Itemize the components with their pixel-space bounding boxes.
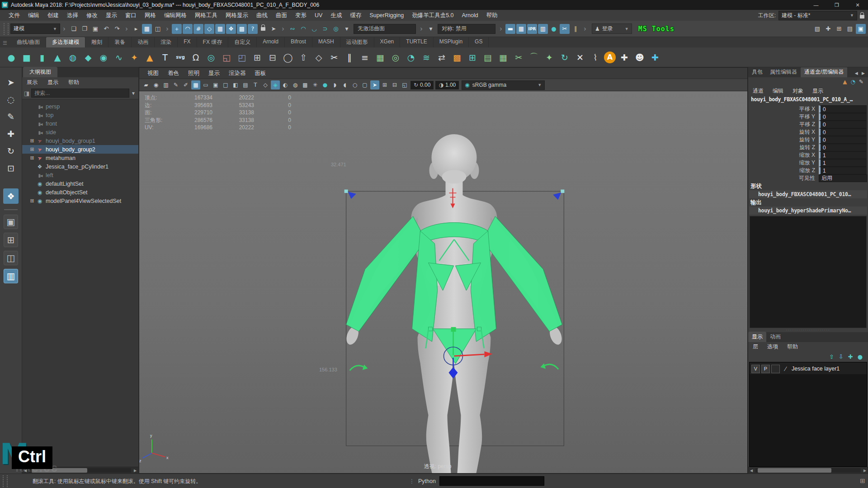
outliner-item[interactable]: persp xyxy=(22,102,138,111)
viewport-toolbar-icon[interactable]: ✳ xyxy=(311,80,320,89)
menu-item[interactable]: 编辑网格 xyxy=(160,12,191,19)
layer-playback-toggle[interactable]: P xyxy=(761,365,770,373)
menu-item[interactable]: 文件 xyxy=(5,12,24,19)
login-dropdown[interactable]: ♟ 登录 ▼ xyxy=(592,23,632,34)
channel-value-field[interactable]: 1 xyxy=(819,167,867,174)
viewport-toolbar-icon[interactable]: ⊞ xyxy=(380,80,389,89)
channel-label[interactable]: 平移 Z xyxy=(748,121,819,128)
viewport-menu-item[interactable]: 显示 xyxy=(204,70,224,77)
layer-row[interactable]: V P ∕ Jessica face layer1 xyxy=(750,362,867,374)
layer-type-icon[interactable]: ∕ xyxy=(781,365,790,372)
grip-handle[interactable] xyxy=(4,23,9,35)
shelf-tab[interactable]: 雕刻 xyxy=(85,37,108,47)
channel-label[interactable]: 旋转 X xyxy=(748,128,819,136)
file-op-icon[interactable]: ❐ xyxy=(80,24,90,34)
shelf-tool-icon[interactable]: ▤ xyxy=(481,51,495,64)
channel-label[interactable]: 平移 X xyxy=(748,105,819,113)
viewport-toolbar-icon[interactable]: ▤ xyxy=(241,80,250,89)
outliner-tab[interactable]: 大纲视图 xyxy=(23,67,57,77)
panel-toggle-icon[interactable]: ✚ xyxy=(823,24,833,34)
outliner-item[interactable]: top xyxy=(22,111,138,119)
snap-icon[interactable]: ▩ xyxy=(237,24,247,34)
filter-icon[interactable]: ◨ xyxy=(24,90,29,97)
channel-value-field[interactable]: 0 xyxy=(819,144,867,151)
shelf-tool-icon[interactable]: ◉ xyxy=(97,51,110,64)
menu-item[interactable]: 修改 xyxy=(82,12,102,19)
colorspace-selector[interactable]: ◉ sRGB gamma ▼ xyxy=(462,80,545,90)
divider[interactable]: › xyxy=(166,25,169,33)
viewport-menu-item[interactable]: 面板 xyxy=(250,70,271,77)
panel-toggle-icon[interactable]: ▣ xyxy=(856,24,866,34)
shelf-tool-icon[interactable]: ✦ xyxy=(127,51,141,64)
selection-mask-icon[interactable]: ▸ xyxy=(131,24,141,34)
outliner-item[interactable]: defaultObjectSet xyxy=(22,188,138,197)
channel-value-field[interactable]: 0 xyxy=(819,113,867,121)
menu-item[interactable]: 生成 xyxy=(326,12,346,19)
menu-item[interactable]: 帮助 xyxy=(482,12,502,19)
panel-tab[interactable]: 通道盒/层编辑器 xyxy=(801,67,847,77)
viewport-toolbar-icon[interactable]: ◍ xyxy=(291,80,300,89)
channel-box-menu-item[interactable]: 编辑 xyxy=(768,87,788,95)
menu-set-selector[interactable]: 建模 ▼ xyxy=(10,23,60,34)
channel-box-corner-icon[interactable]: ◔ xyxy=(850,79,855,85)
outliner-item[interactable]: left xyxy=(22,171,138,179)
layer-action-icon[interactable]: ⇩ xyxy=(839,353,844,360)
shelf-tool-icon[interactable]: ≋ xyxy=(420,51,433,64)
shelf-tool-icon[interactable]: ◱ xyxy=(220,51,233,64)
bbox-handle[interactable] xyxy=(561,190,564,193)
file-op-icon[interactable]: ❏ xyxy=(69,24,79,34)
shelf-tab[interactable]: FX xyxy=(178,37,197,47)
channel-box-corner-icon[interactable]: ✎ xyxy=(859,79,863,85)
shelf-tab[interactable]: 渲染 xyxy=(155,37,178,47)
shelf-tool-icon[interactable]: ⊟ xyxy=(266,51,279,64)
scroll-right-icon[interactable]: ▶ xyxy=(132,469,138,473)
snap-icon[interactable]: ＋ xyxy=(172,24,182,34)
render-icon[interactable]: ▬ xyxy=(505,24,515,34)
expand-toggle-icon[interactable] xyxy=(28,146,36,152)
shelf-tab[interactable]: 多边形建模 xyxy=(46,37,85,47)
viewport-3d-scene[interactable]: y x z 顶点: 167334 20222 0 边: 3 xyxy=(139,90,747,473)
outliner-item[interactable]: houyi_body_group2 xyxy=(22,145,138,154)
viewport-toolbar-icon[interactable]: ▣ xyxy=(211,80,220,89)
viewport-toolbar-icon[interactable]: ◧ xyxy=(231,80,240,89)
layer-action-icon[interactable]: ✚ xyxy=(848,353,853,360)
viewport-toolbar-icon[interactable]: ◗ xyxy=(330,80,340,89)
layer-menu-item[interactable]: 选项 xyxy=(763,343,783,351)
divider[interactable]: › xyxy=(63,25,66,33)
tab-scroll-icons[interactable]: ◀ ▶ xyxy=(855,71,868,77)
viewport-toolbar-icon[interactable]: ◇ xyxy=(261,80,270,89)
channel-box-menu-item[interactable]: 通道 xyxy=(748,87,768,95)
shelf-tool-icon[interactable]: ✕ xyxy=(573,51,587,64)
grip-handle[interactable]: ☰ xyxy=(3,40,7,46)
shelf-tool-icon[interactable]: ■ xyxy=(20,51,33,64)
chevron-down-icon[interactable]: ▼ xyxy=(342,24,352,34)
shelf-tab[interactable]: XGen xyxy=(374,37,401,47)
shelf-tool-icon[interactable]: T xyxy=(158,51,172,64)
outliner-menu-item[interactable]: 帮助 xyxy=(64,79,84,86)
panel-tab[interactable]: 具包 xyxy=(748,67,766,77)
layer-display-toggle[interactable] xyxy=(771,365,780,373)
tool-icon[interactable]: ⊡ xyxy=(3,160,19,176)
tool-icon[interactable]: ✚ xyxy=(3,126,19,141)
maximize-button[interactable]: ❐ xyxy=(826,0,847,10)
expand-toggle-icon[interactable] xyxy=(28,198,36,204)
shelf-tool-icon[interactable]: ✚ xyxy=(618,51,631,64)
divider[interactable]: › xyxy=(584,25,586,33)
history-icon[interactable]: ◠ xyxy=(298,24,308,34)
shelf-tab[interactable]: MSPlugin xyxy=(434,37,469,47)
menu-item[interactable]: 显示 xyxy=(102,12,121,19)
shelf-tool-icon[interactable]: ◆ xyxy=(81,51,95,64)
divider[interactable]: › xyxy=(125,25,128,33)
deformer-handle-icon[interactable] xyxy=(348,192,356,199)
outliner-menu-item[interactable]: 显示 xyxy=(43,79,63,86)
last-tool-icon[interactable]: ❖ xyxy=(3,188,19,204)
panel-toggle-icon[interactable]: ⊞ xyxy=(834,24,844,34)
shelf-tool-icon[interactable]: ↻ xyxy=(558,51,571,64)
channel-label[interactable]: 缩放 X xyxy=(748,151,819,159)
shelf-tool-icon[interactable]: ⇄ xyxy=(435,51,448,64)
file-op-icon[interactable]: ▣ xyxy=(90,24,100,34)
chevron-down-icon[interactable]: ▼ xyxy=(131,91,136,96)
shelf-tool-icon[interactable]: ✂ xyxy=(512,51,525,64)
scroll-right-icon[interactable]: ▶ xyxy=(862,469,868,473)
channel-label[interactable]: 旋转 Z xyxy=(748,144,819,151)
